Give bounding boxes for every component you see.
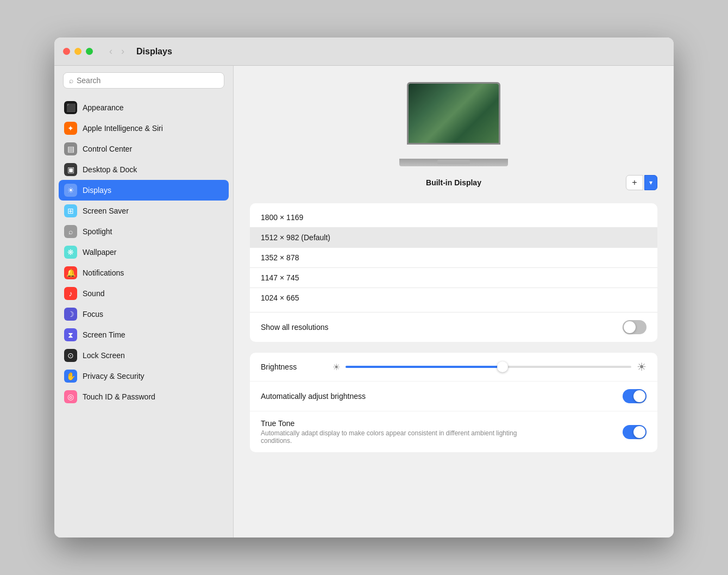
brightness-label: Brightness [261,362,326,371]
lock-screen-icon: ⊙ [64,349,77,362]
show-all-resolutions-row: Show all resolutions [250,312,657,342]
screen-saver-icon: ⊞ [64,204,77,217]
plus-button[interactable]: + [626,175,643,190]
resolution-item[interactable]: 1024 × 665 [250,288,657,308]
chevron-button[interactable]: ▾ [644,175,657,190]
screen-saver-label: Screen Saver [83,207,129,215]
sound-icon: ♪ [64,287,77,300]
desktop-dock-label: Desktop & Dock [83,165,137,174]
laptop-screen [407,82,500,145]
auto-brightness-label: Automatically adjust brightness [261,392,366,401]
true-tone-toggle[interactable] [623,425,647,439]
true-tone-sublabel: Automatically adapt display to make colo… [261,429,522,445]
lock-screen-label: Lock Screen [83,351,125,360]
resolution-item[interactable]: 1352 × 878 [250,248,657,267]
true-tone-label: True Tone [261,419,522,428]
resolution-item[interactable]: 1800 × 1169 [250,208,657,227]
brightness-row: Brightness ☀ ☀ [250,353,657,382]
screen-wallpaper [409,84,499,143]
search-container: ⌕ [54,66,233,95]
forward-button[interactable]: › [118,45,128,58]
touch-id-icon: ◎ [64,390,77,403]
sidebar-item-screen-saver[interactable]: ⊞Screen Saver [59,201,229,221]
apple-intelligence-label: Apple Intelligence & Siri [83,124,163,133]
show-all-resolutions-toggle[interactable] [623,320,647,334]
sidebar-list: ⬛Appearance✦Apple Intelligence & Siri▤Co… [54,95,233,538]
toggle-knob [633,426,645,438]
screen-time-icon: ⧗ [64,328,77,341]
brightness-slider-fill [346,366,503,368]
display-label-row: Built-in Display + ▾ [250,175,657,190]
sidebar-item-notifications[interactable]: 🔔Notifications [59,262,229,283]
resolution-item[interactable]: 1512 × 982 (Default) [250,228,657,247]
show-all-resolutions-label: Show all resolutions [261,323,329,332]
brightness-slider-thumb[interactable] [497,361,508,372]
sidebar-item-appearance[interactable]: ⬛Appearance [59,97,229,118]
sidebar-item-spotlight[interactable]: ⌕Spotlight [59,221,229,242]
minimize-button[interactable] [74,48,81,55]
sound-label: Sound [83,289,104,298]
displays-label: Displays [83,186,111,195]
sidebar-item-screen-time[interactable]: ⧗Screen Time [59,324,229,345]
sidebar-item-apple-intelligence[interactable]: ✦Apple Intelligence & Siri [59,118,229,139]
search-input[interactable] [77,76,218,85]
wallpaper-icon: ❋ [64,246,77,259]
content-area: ⌕ ⬛Appearance✦Apple Intelligence & Siri▤… [54,66,674,538]
toggle-knob [624,321,636,333]
desktop-dock-icon: ▣ [64,163,77,176]
sidebar-item-sound[interactable]: ♪Sound [59,283,229,304]
resolution-list: 1800 × 11691512 × 982 (Default)1352 × 87… [250,203,657,312]
resolution-item[interactable]: 1147 × 745 [250,268,657,288]
privacy-security-icon: ✋ [64,370,77,383]
laptop-base [399,159,508,166]
true-tone-text-group: True Tone Automatically adapt display to… [261,419,522,445]
spotlight-icon: ⌕ [64,225,77,238]
sidebar-item-wallpaper[interactable]: ❋Wallpaper [59,242,229,262]
sidebar-item-control-center[interactable]: ▤Control Center [59,139,229,159]
sidebar-item-focus[interactable]: ☽Focus [59,304,229,324]
system-preferences-window: ‹ › Displays ⌕ ⬛Appearance✦Apple Intelli… [54,38,674,538]
touch-id-label: Touch ID & Password [83,392,155,401]
brightness-slider-track[interactable] [346,366,631,368]
sun-small-icon: ☀ [332,362,340,372]
brightness-section: Brightness ☀ ☀ Automatically adjust brig… [250,353,657,452]
search-icon: ⌕ [69,76,73,85]
privacy-security-label: Privacy & Security [83,372,145,380]
laptop-graphic [399,82,508,166]
sidebar-item-touch-id[interactable]: ◎Touch ID & Password [59,386,229,407]
notifications-label: Notifications [83,268,124,277]
apple-intelligence-icon: ✦ [64,122,77,135]
brightness-slider-area: ☀ ☀ [332,360,647,373]
display-preview: Built-in Display + ▾ [250,82,657,190]
focus-icon: ☽ [64,308,77,321]
screen-time-label: Screen Time [83,330,125,339]
toggle-knob [633,390,645,402]
notifications-icon: 🔔 [64,266,77,279]
display-name-label: Built-in Display [387,178,520,187]
sun-large-icon: ☀ [637,360,647,373]
main-content: Built-in Display + ▾ 1800 × 11691512 × 9… [234,66,674,538]
sidebar-item-displays[interactable]: ☀Displays [59,180,229,201]
true-tone-row: True Tone Automatically adapt display to… [250,411,657,452]
window-title: Displays [136,47,172,57]
resolution-section: 1800 × 11691512 × 982 (Default)1352 × 87… [250,203,657,342]
auto-brightness-toggle[interactable] [623,389,647,403]
displays-icon: ☀ [64,184,77,197]
focus-label: Focus [83,310,103,318]
appearance-label: Appearance [83,103,124,112]
auto-brightness-row: Automatically adjust brightness [250,382,657,411]
add-display-button[interactable]: + ▾ [626,175,657,190]
wallpaper-label: Wallpaper [83,248,117,257]
maximize-button[interactable] [86,48,93,55]
sidebar-item-lock-screen[interactable]: ⊙Lock Screen [59,345,229,366]
search-box[interactable]: ⌕ [63,72,224,89]
titlebar: ‹ › Displays [54,38,674,66]
close-button[interactable] [63,48,70,55]
sidebar: ⌕ ⬛Appearance✦Apple Intelligence & Siri▤… [54,66,234,538]
nav-buttons: ‹ › [106,45,128,58]
sidebar-item-desktop-dock[interactable]: ▣Desktop & Dock [59,159,229,180]
spotlight-label: Spotlight [83,227,112,236]
control-center-label: Control Center [83,145,132,153]
sidebar-item-privacy-security[interactable]: ✋Privacy & Security [59,366,229,386]
back-button[interactable]: ‹ [106,45,116,58]
